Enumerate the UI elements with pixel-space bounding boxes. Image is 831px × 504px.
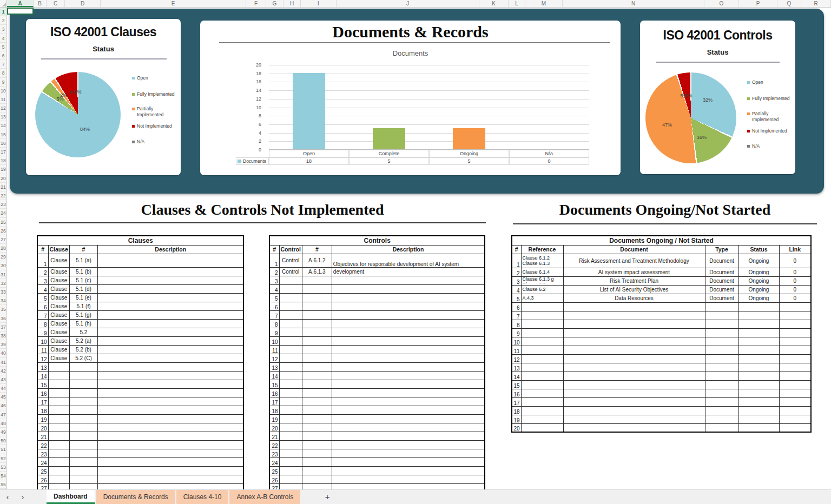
- cell[interactable]: [279, 276, 302, 284]
- row-header-40[interactable]: 40: [0, 349, 6, 357]
- row-header-32[interactable]: 32: [0, 279, 6, 288]
- cell[interactable]: [69, 440, 97, 449]
- cell[interactable]: [48, 449, 69, 457]
- cell[interactable]: 7: [37, 310, 48, 319]
- cell[interactable]: [563, 328, 705, 337]
- cell[interactable]: [332, 432, 485, 440]
- cell[interactable]: 8: [512, 320, 521, 328]
- cell[interactable]: [279, 380, 302, 388]
- cell[interactable]: [97, 254, 243, 267]
- cell[interactable]: [521, 372, 563, 380]
- cell[interactable]: [48, 362, 69, 371]
- cell[interactable]: [705, 363, 738, 372]
- cell[interactable]: 22: [269, 440, 279, 449]
- row-header-45[interactable]: 45: [0, 393, 6, 401]
- row-header-23[interactable]: 23: [0, 200, 6, 209]
- cell[interactable]: [97, 483, 243, 489]
- cell[interactable]: [705, 406, 738, 415]
- cell[interactable]: [302, 319, 332, 328]
- cell[interactable]: [279, 423, 302, 432]
- cell[interactable]: [705, 320, 738, 328]
- cell[interactable]: [332, 483, 485, 489]
- cell[interactable]: [48, 466, 69, 475]
- cell[interactable]: 26: [37, 475, 48, 483]
- cell[interactable]: [521, 337, 563, 346]
- cell[interactable]: 5.1 (f): [69, 302, 97, 310]
- cell[interactable]: A.6.1.3: [302, 267, 332, 276]
- cell[interactable]: [302, 276, 332, 284]
- cell[interactable]: [332, 457, 485, 466]
- cell[interactable]: [302, 284, 332, 293]
- cell[interactable]: [521, 346, 563, 354]
- sheet-nav-right-icon[interactable]: ›: [15, 490, 30, 504]
- cell[interactable]: [97, 457, 243, 466]
- cell[interactable]: [48, 483, 69, 489]
- cell[interactable]: Document: [705, 285, 738, 294]
- cell[interactable]: 21: [37, 432, 48, 440]
- cell[interactable]: [563, 302, 705, 311]
- cell[interactable]: [332, 284, 485, 293]
- row-header-38[interactable]: 38: [0, 331, 6, 340]
- cell[interactable]: [279, 466, 302, 475]
- cell[interactable]: [521, 320, 563, 328]
- cell[interactable]: 5: [512, 294, 521, 302]
- cell[interactable]: [563, 337, 705, 346]
- column-header-I[interactable]: I: [301, 0, 337, 7]
- cell[interactable]: 26: [269, 475, 279, 483]
- cell[interactable]: [521, 311, 563, 320]
- cell[interactable]: 19: [269, 414, 279, 423]
- cell[interactable]: [302, 293, 332, 302]
- row-header-51[interactable]: 51: [0, 445, 6, 454]
- row-header-22[interactable]: 22: [0, 191, 6, 200]
- cell[interactable]: [302, 440, 332, 449]
- cell[interactable]: [279, 336, 302, 345]
- row-header-6[interactable]: 6: [0, 51, 6, 60]
- cell[interactable]: [302, 414, 332, 423]
- cell[interactable]: [738, 302, 779, 311]
- cell[interactable]: [705, 389, 738, 397]
- row-header-25[interactable]: 25: [0, 218, 6, 227]
- cell[interactable]: [302, 432, 332, 440]
- cell[interactable]: [279, 475, 302, 483]
- row-header-10[interactable]: 10: [0, 87, 6, 95]
- cell[interactable]: [279, 345, 302, 354]
- cell[interactable]: [69, 483, 97, 489]
- cell[interactable]: Ongoing: [738, 268, 779, 276]
- cell[interactable]: [279, 319, 302, 328]
- cell[interactable]: [279, 449, 302, 457]
- cell[interactable]: [563, 406, 705, 415]
- cell[interactable]: [48, 414, 69, 423]
- cell[interactable]: Clause 6.1.3 gClause 6.2: [521, 276, 563, 285]
- cell[interactable]: [97, 371, 243, 380]
- cell[interactable]: [302, 354, 332, 362]
- cell[interactable]: 1: [512, 254, 521, 268]
- cell[interactable]: [521, 354, 563, 363]
- cell[interactable]: [97, 432, 243, 440]
- cell[interactable]: Clause: [48, 345, 69, 354]
- cell[interactable]: [69, 423, 97, 432]
- cell[interactable]: 25: [37, 466, 48, 475]
- documents-records-chart[interactable]: Documents & Records Documents 0246810121…: [200, 21, 621, 175]
- cell[interactable]: 5.1 (h): [69, 319, 97, 328]
- cell[interactable]: 5: [269, 293, 279, 302]
- row-header-5[interactable]: 5: [0, 43, 6, 51]
- cell[interactable]: [779, 380, 811, 389]
- cell[interactable]: [302, 423, 332, 432]
- row-header-1[interactable]: 1: [0, 8, 6, 16]
- select-all-corner[interactable]: [0, 0, 7, 7]
- cell[interactable]: Objectives for responsible development o…: [332, 254, 485, 267]
- cell[interactable]: [97, 466, 243, 475]
- cell[interactable]: 5.1 (b): [69, 267, 97, 276]
- cell[interactable]: 16: [269, 388, 279, 397]
- cell[interactable]: 19: [37, 414, 48, 423]
- cell[interactable]: [332, 293, 485, 302]
- cell[interactable]: [779, 354, 811, 363]
- row-header-24[interactable]: 24: [0, 209, 6, 217]
- row-header-53[interactable]: 53: [0, 463, 6, 472]
- cell[interactable]: [705, 302, 738, 311]
- row-header-20[interactable]: 20: [0, 174, 6, 183]
- cell[interactable]: [97, 284, 243, 293]
- cell[interactable]: [563, 415, 705, 423]
- sheet-nav-left-icon[interactable]: ‹: [0, 490, 15, 504]
- cell[interactable]: [279, 293, 302, 302]
